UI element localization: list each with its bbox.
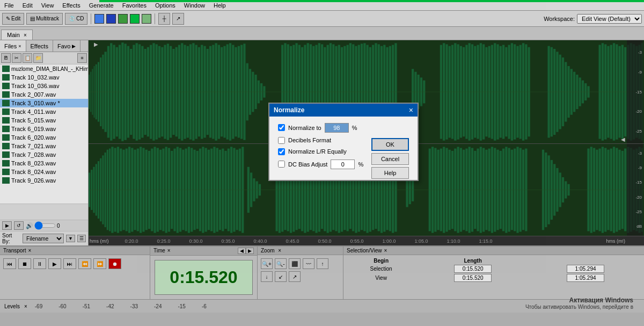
normalize-to-row: Normalize to % <box>278 123 409 133</box>
dc-bias-input[interactable] <box>331 160 355 169</box>
normalize-dialog: Normalize × Normalize to % Decibels Form… <box>268 103 419 181</box>
normalize-to-label: Normalize to <box>288 125 321 131</box>
ok-button[interactable]: OK <box>371 138 409 151</box>
decibels-label: Decibels Format <box>288 137 331 143</box>
normalize-pct: % <box>352 125 357 131</box>
dialog-title: Normalize <box>274 106 304 114</box>
dialog-buttons: OK Cancel Help <box>371 138 409 179</box>
normalize-to-checkbox[interactable] <box>278 124 285 131</box>
dc-bias-label: DC Bias Adjust <box>288 161 327 168</box>
dialog-titlebar: Normalize × <box>269 104 418 117</box>
dialog-inner: Normalize to % Decibels Format Normalize… <box>269 117 418 180</box>
normalize-to-input[interactable] <box>325 123 349 133</box>
normalize-lr-label: Normalize L/R Equally <box>288 148 347 155</box>
dc-bias-pct: % <box>358 161 363 168</box>
cancel-button[interactable]: Cancel <box>371 153 409 165</box>
dc-bias-checkbox[interactable] <box>278 161 285 168</box>
help-button[interactable]: Help <box>371 167 409 179</box>
decibels-checkbox[interactable] <box>278 137 285 144</box>
normalize-lr-checkbox[interactable] <box>278 148 285 155</box>
dialog-overlay: Normalize × Normalize to % Decibels Form… <box>0 0 644 326</box>
dialog-close-btn[interactable]: × <box>409 106 413 114</box>
